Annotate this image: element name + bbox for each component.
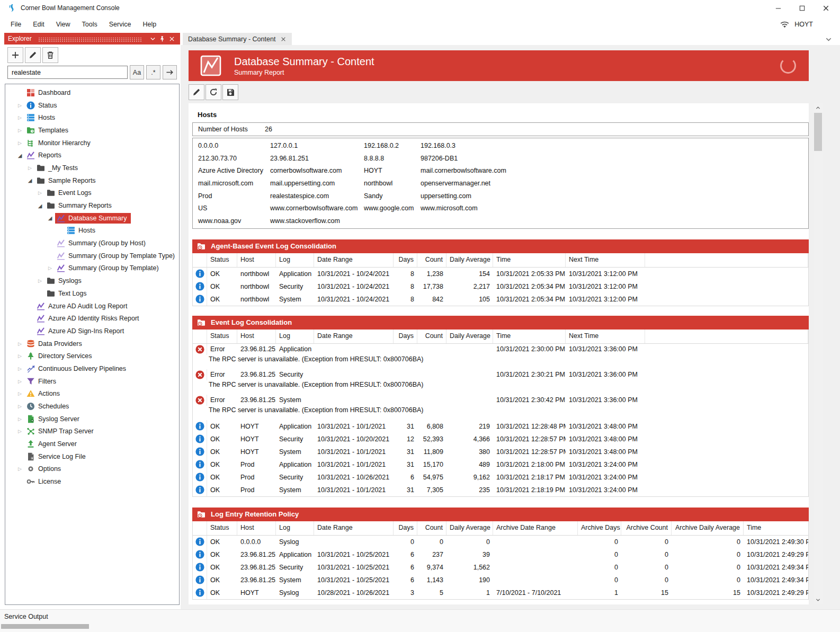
tree-item-agent-server[interactable]: Agent Server	[5, 438, 179, 450]
explorer-close-button[interactable]	[167, 34, 176, 43]
refresh-button[interactable]	[205, 84, 221, 100]
cell-date-range: 10/31/2021 - 10/24/2021	[314, 270, 394, 278]
tree-item-data-providers[interactable]: ▷Data Providers	[5, 337, 179, 350]
expander-icon[interactable]: ◢	[45, 215, 55, 221]
tree-item-summary-group-by-template-type[interactable]: Summary (Group by Template Type)	[5, 250, 179, 262]
add-button[interactable]	[7, 47, 23, 63]
tree-item-actions[interactable]: ▷Actions	[5, 388, 179, 400]
tree-item-directory-services[interactable]: ▷Directory Services	[5, 350, 179, 362]
trash-icon	[46, 51, 55, 59]
tree-item-summary-group-by-host[interactable]: Summary (Group by Host)	[5, 237, 179, 250]
tree-item-continuous-delivery-pipelines[interactable]: ▷Continuous Delivery Pipelines	[5, 362, 179, 375]
cell-count: 0	[417, 538, 446, 546]
scrollbar-thumb[interactable]	[814, 113, 822, 151]
expander-icon[interactable]: ▷	[15, 103, 25, 108]
menu-file[interactable]: File	[5, 17, 27, 31]
tree-item-snmp-trap-server[interactable]: ▷SNMP Trap Server	[5, 425, 179, 438]
expander-icon[interactable]: ▷	[15, 391, 25, 396]
expander-icon[interactable]: ▷	[15, 429, 25, 434]
plus-icon	[11, 51, 20, 59]
expander-icon[interactable]: ▷	[15, 353, 25, 359]
tree-item-hosts[interactable]: ▷Hosts	[5, 111, 179, 124]
explorer-pin-button[interactable]	[157, 34, 167, 43]
cell-archive-daily-average: 0	[672, 538, 744, 546]
expander-icon[interactable]: ◢	[25, 177, 35, 183]
cell-status: OK	[207, 461, 237, 468]
tree-item-filters[interactable]: ▷Filters	[5, 375, 179, 388]
edit-report-button[interactable]	[189, 84, 204, 100]
menu-view[interactable]: View	[50, 17, 76, 31]
menu-help[interactable]: Help	[137, 17, 162, 31]
expander-icon[interactable]: ▷	[15, 140, 25, 146]
tree-item-azure-ad-sign-ins-report[interactable]: Azure AD Sign-Ins Report	[5, 325, 179, 337]
delete-button[interactable]	[42, 47, 58, 63]
tree-item-azure-ad-identity-risks-report[interactable]: Azure AD Identity Risks Report	[5, 312, 179, 325]
expander-icon[interactable]: ▷	[15, 341, 25, 346]
expander-icon[interactable]: ▷	[15, 128, 25, 133]
tree-item-content: Event Logs	[45, 188, 96, 198]
cell-log: System	[276, 396, 314, 404]
tree-item-database-summary[interactable]: ◢Database Summary	[5, 212, 179, 225]
tree-item-summary-reports[interactable]: ◢Summary Reports	[5, 199, 179, 212]
tree-item-hosts[interactable]: Hosts	[5, 225, 179, 237]
refresh-icon	[209, 88, 218, 96]
tab-database-summary-content[interactable]: Database Summary - Content	[183, 33, 292, 45]
tree-item-text-logs[interactable]: Text Logs	[5, 287, 179, 300]
expander-icon[interactable]: ▷	[15, 366, 25, 371]
tree-item-summary-group-by-template[interactable]: ▷Summary (Group by Template)	[5, 262, 179, 275]
tree-item-label: Templates	[38, 127, 68, 134]
explorer-menu-button[interactable]	[148, 34, 157, 43]
menu-service[interactable]: Service	[103, 17, 137, 31]
minimize-button[interactable]	[766, 0, 790, 16]
expander-icon[interactable]: ▷	[15, 466, 25, 471]
regex-button[interactable]: .*	[146, 65, 160, 79]
tree-item-sample-reports[interactable]: ◢Sample Reports	[5, 174, 179, 187]
cell-log: System	[276, 486, 314, 494]
maximize-button[interactable]	[790, 0, 814, 16]
expander-icon[interactable]: ▷	[15, 379, 25, 384]
tree-item-event-logs[interactable]: ▷Event Logs	[5, 187, 179, 200]
expander-icon[interactable]: ▷	[35, 190, 45, 195]
horizontal-scrollbar-thumb[interactable]	[1, 624, 89, 629]
upload-icon	[26, 440, 35, 448]
tree-item-syslogs[interactable]: ▷Syslogs	[5, 274, 179, 287]
expander-icon[interactable]: ◢	[35, 203, 45, 209]
expander-icon[interactable]: ▷	[45, 265, 55, 271]
expander-icon[interactable]: ▷	[15, 416, 25, 422]
menu-edit[interactable]: Edit	[27, 17, 50, 31]
match-case-button[interactable]: Aa	[130, 65, 144, 79]
tree-item-my-tests[interactable]: ▷_My Tests	[5, 162, 179, 174]
vertical-scrollbar[interactable]	[814, 103, 823, 604]
save-button[interactable]	[222, 84, 238, 100]
tree-item-license[interactable]: License	[5, 475, 179, 488]
tree-item-content: Sample Reports	[35, 175, 100, 186]
edit-button[interactable]	[25, 47, 41, 63]
scroll-up-button[interactable]	[814, 103, 823, 112]
column-header-date-range: Date Range	[314, 330, 394, 343]
tree-item-schedules[interactable]: ▷Schedules	[5, 400, 179, 413]
tree-item-azure-ad-audit-log-report[interactable]: Azure AD Audit Log Report	[5, 300, 179, 313]
search-input[interactable]	[7, 66, 128, 79]
table-row: OKProdSystem10/31/2021 - 10/1/2021317,30…	[193, 484, 808, 496]
tree-item-dashboard[interactable]: Dashboard	[5, 86, 179, 99]
expander-icon[interactable]: ◢	[15, 153, 25, 158]
expander-icon[interactable]: ▷	[25, 165, 35, 171]
close-button[interactable]	[814, 0, 838, 16]
tree-item-templates[interactable]: ▷Templates	[5, 124, 179, 137]
scroll-down-button[interactable]	[814, 595, 823, 604]
file-gear-icon	[26, 452, 35, 461]
tree-item-status[interactable]: ▷Status	[5, 99, 179, 112]
tree-item-syslog-server[interactable]: ▷Syslog Server	[5, 413, 179, 425]
expander-icon[interactable]: ▷	[35, 278, 45, 283]
tab-close-button[interactable]	[280, 36, 287, 42]
tree-item-reports[interactable]: ◢Reports	[5, 149, 179, 162]
folder-icon	[47, 277, 55, 285]
menu-tools[interactable]: Tools	[76, 17, 103, 31]
expander-icon[interactable]: ▷	[15, 115, 25, 120]
tab-list-chevron-icon[interactable]	[825, 35, 833, 43]
tree-item-options[interactable]: ▷Options	[5, 463, 179, 476]
search-go-button[interactable]	[163, 65, 177, 79]
tree-item-service-log-file[interactable]: Service Log File	[5, 450, 179, 463]
tree-item-monitor-hierarchy[interactable]: ▷Monitor Hierarchy	[5, 137, 179, 149]
expander-icon[interactable]: ▷	[15, 404, 25, 409]
